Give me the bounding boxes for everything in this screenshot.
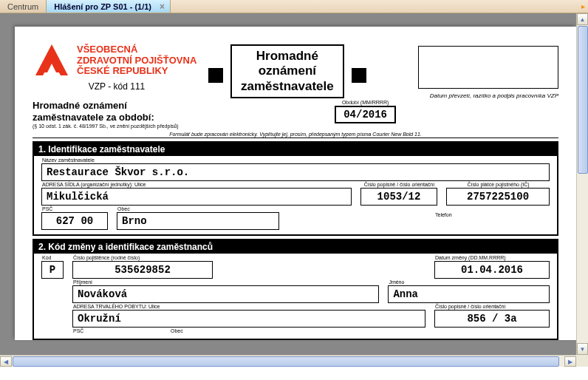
employer-name-field[interactable]: Restaurace Škvor s.r.o.: [41, 163, 550, 181]
vzp-logo-block: VŠEOBECNÁ ZDRAVOTNÍ POJIŠŤOVNA ČESKÉ REP…: [33, 43, 201, 78]
period-field[interactable]: 04/2016: [335, 106, 396, 123]
title-line3: zaměstnavatele: [241, 79, 334, 94]
document-canvas: VŠEOBECNÁ ZDRAVOTNÍ POJIŠŤOVNA ČESKÉ REP…: [0, 13, 576, 355]
emp-firstname-field[interactable]: Anna: [388, 285, 550, 303]
label-emp-date: Datum změny (DD.MM.RRRR): [434, 255, 550, 261]
section-employer: 1. Identifikace zaměstnavatele Název zam…: [33, 141, 558, 236]
scroll-up-icon[interactable]: ▲: [577, 13, 588, 25]
scroll-down-icon[interactable]: ▼: [577, 343, 588, 355]
logo-line1: VŠEOBECNÁ: [77, 44, 196, 55]
tab-spacer: [171, 0, 578, 13]
label-employer-ic: Číslo plátce pojistného (IČ): [446, 182, 550, 188]
label-emp-cp: Číslo popisné / číslo orientační: [434, 304, 550, 310]
title-line2: oznámení: [241, 64, 334, 78]
label-emp-code: Kód: [41, 255, 64, 261]
logo-line3: ČESKÉ REPUBLIKY: [77, 66, 196, 77]
employer-cp-field[interactable]: 1053/12: [360, 188, 437, 206]
employer-psc-field[interactable]: 627 00: [41, 212, 108, 230]
form-title-box: Hromadné oznámení zaměstnavatele: [230, 44, 344, 98]
employer-ic-field[interactable]: 2757225100: [446, 188, 550, 206]
scroll-thumb-vertical[interactable]: [578, 26, 588, 174]
label-emp-rc: Číslo pojištěnce (rodné číslo): [72, 255, 213, 261]
vzp-code: VZP - kód 111: [33, 81, 201, 92]
processing-footnote: Formulář bude zpracován elektronicky. Vy…: [33, 132, 558, 138]
announce-line2: zaměstnavatele za období:: [33, 112, 179, 123]
period-row: Hromadné oznámení zaměstnavatele za obdo…: [33, 100, 558, 129]
emp-cp-field[interactable]: 856 / 3a: [434, 310, 550, 328]
scroll-corner: [576, 355, 588, 367]
tab-hlaseni[interactable]: Hlášení pro ZP S01 - (1/1) ×: [47, 0, 171, 13]
period-label: Období (MM/RRRR): [335, 100, 396, 105]
label-emp-surname: Příjmení: [72, 279, 379, 285]
scrollbar-horizontal[interactable]: ◀ ▶: [0, 355, 576, 367]
label-employer-addr: ADRESA SÍDLA (organizační jednotky): Uli…: [41, 182, 352, 188]
form-page: VŠEOBECNÁ ZDRAVOTNÍ POJIŠŤOVNA ČESKÉ REP…: [15, 27, 576, 340]
tab-label: Hlášení pro ZP S01 - (1/1): [54, 2, 151, 11]
emp-code-field[interactable]: P: [41, 261, 64, 279]
scroll-left-icon[interactable]: ◀: [0, 356, 12, 367]
receipt-caption: Datum převzetí, razítko a podpis pracovn…: [418, 92, 558, 99]
document-viewport: VŠEOBECNÁ ZDRAVOTNÍ POJIŠŤOVNA ČESKÉ REP…: [0, 13, 588, 367]
section2-title: 2. Kód změny a identifikace zaměstnanců: [34, 240, 557, 254]
logo-line2: ZDRAVOTNÍ POJIŠŤOVNA: [77, 55, 196, 67]
vzp-logo-text: VŠEOBECNÁ ZDRAVOTNÍ POJIŠŤOVNA ČESKÉ REP…: [77, 44, 196, 78]
label-emp-psc: PSČ: [72, 328, 117, 334]
emp-street-field[interactable]: Okružní: [72, 310, 425, 328]
marker-square-right: [352, 68, 366, 83]
label-employer-phone: Telefon: [434, 212, 550, 218]
tab-bar: Centrum Hlášení pro ZP S01 - (1/1) × ▸: [0, 0, 588, 13]
label-emp-city: Obec: [170, 328, 183, 334]
employer-phone-field[interactable]: [434, 218, 550, 230]
tab-centrum[interactable]: Centrum: [0, 0, 47, 13]
header-row: VŠEOBECNÁ ZDRAVOTNÍ POJIŠŤOVNA ČESKÉ REP…: [33, 43, 558, 98]
announce-line1: Hromadné oznámení: [33, 100, 179, 112]
employer-addr-field[interactable]: Mikulčická: [41, 188, 352, 206]
scroll-right-icon[interactable]: ▶: [564, 356, 576, 367]
label-employer-name: Název zaměstnavatele: [41, 157, 550, 163]
scrollbar-vertical[interactable]: ▲ ▼: [576, 13, 588, 355]
tab-overflow-icon[interactable]: ▸: [578, 0, 588, 13]
title-line1: Hromadné: [241, 49, 334, 64]
label-employer-psc: PSČ: [41, 206, 108, 212]
scroll-thumb-horizontal[interactable]: [13, 356, 559, 367]
label-emp-street: ADRESA TRVALÉHO POBYTU: Ulice: [72, 304, 425, 310]
section1-title: 1. Identifikace zaměstnavatele: [34, 143, 557, 156]
tab-close-icon[interactable]: ×: [157, 1, 167, 12]
label-employer-city: Obec: [117, 206, 279, 212]
emp-rc-field[interactable]: 535629852: [72, 261, 213, 279]
label-employer-cp: Číslo popisné / číslo orientační: [360, 182, 437, 188]
emp-date-field[interactable]: 01.04.2016: [434, 261, 550, 279]
vzp-logo-icon: [33, 43, 71, 78]
receipt-stamp-box: [418, 46, 558, 89]
emp-surname-field[interactable]: Nováková: [72, 285, 379, 303]
legal-note: (§ 10 odst. 1 zák. č. 48/1997 Sb., ve zn…: [33, 123, 179, 129]
label-emp-firstname: Jméno: [388, 279, 550, 285]
employer-city-field[interactable]: Brno: [117, 212, 279, 230]
section-employees: 2. Kód změny a identifikace zaměstnanců …: [33, 239, 558, 340]
marker-square-left: [208, 68, 223, 83]
